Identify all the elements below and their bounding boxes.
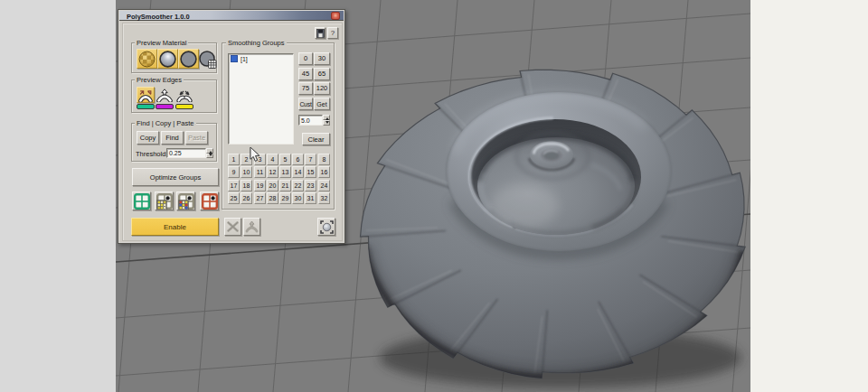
smoothing-group-cell-27[interactable]: 27 (254, 192, 266, 204)
smoothing-group-cell-13[interactable]: 13 (279, 166, 291, 178)
smoothing-group-cell-30[interactable]: 30 (292, 192, 304, 204)
cell-number: 29 (282, 195, 289, 201)
list-item[interactable]: [1] (231, 55, 248, 62)
smoothing-group-cell-15[interactable]: 15 (305, 166, 316, 178)
find-button[interactable]: Find (161, 131, 184, 145)
settings-button[interactable] (317, 218, 335, 236)
clear-button[interactable]: Clear (302, 133, 330, 145)
preview-material-id-button[interactable] (198, 50, 217, 69)
smoothing-group-cell-22[interactable]: 22 (292, 180, 304, 191)
smoothing-group-cell-29[interactable]: 29 (279, 192, 291, 204)
preset-label: 75 (302, 84, 309, 92)
smoothing-group-cell-16[interactable]: 16 (318, 166, 330, 178)
get-button[interactable]: Get (314, 98, 330, 110)
spinner-down-icon[interactable] (323, 120, 330, 126)
dialog-titlebar[interactable]: PolySmoother 1.0.0 (119, 11, 344, 21)
smoothing-group-cell-20[interactable]: 20 (267, 180, 278, 191)
threshold-input[interactable]: 0.25 (166, 148, 206, 158)
cust-label: Cust (299, 101, 311, 107)
group-icon-green-button[interactable] (132, 191, 151, 210)
smoothing-group-cell-5[interactable]: 5 (279, 154, 291, 165)
smoothing-group-cell-31[interactable]: 31 (305, 192, 316, 204)
find-label: Find (165, 134, 179, 142)
preview-edges-soft-button[interactable] (156, 87, 174, 103)
smoothing-group-cell-4[interactable]: 4 (267, 154, 278, 165)
group-icon-yellow-button[interactable] (155, 191, 174, 210)
smoothing-group-cell-14[interactable]: 14 (292, 166, 304, 178)
preview-material-flat-button[interactable] (178, 49, 199, 69)
break-edges-button[interactable] (224, 218, 241, 236)
smoothing-group-cell-8[interactable]: 8 (318, 154, 330, 165)
smoothing-group-cell-9[interactable]: 9 (228, 166, 240, 178)
smoothing-group-cell-23[interactable]: 23 (305, 180, 316, 191)
cust-button[interactable]: Cust (298, 98, 313, 110)
cell-number: 4 (271, 156, 275, 163)
preview-edges-all-button[interactable] (137, 87, 155, 103)
unify-edges-button[interactable] (243, 218, 260, 236)
cell-number: 22 (295, 182, 302, 189)
smoothing-group-cell-11[interactable]: 11 (254, 166, 266, 178)
smoothing-groups-label: Smoothing Groups (226, 39, 287, 47)
preset-45-button[interactable]: 45 (298, 68, 313, 80)
group-icon-multicolor-button[interactable] (176, 191, 195, 210)
preview-material-shiny-button[interactable] (157, 49, 178, 69)
smoothing-groups-list[interactable]: [1] (228, 53, 294, 145)
soft-edges-icon (156, 89, 173, 102)
preset-0-button[interactable]: 0 (298, 52, 313, 65)
optimize-groups-button[interactable]: Optimize Groups (132, 168, 219, 186)
smoothing-group-cell-6[interactable]: 6 (292, 154, 304, 165)
spinner-down-icon[interactable] (206, 154, 213, 159)
preset-30-button[interactable]: 30 (314, 52, 330, 65)
edge-color-swatch-yellow[interactable] (175, 104, 193, 109)
help-button[interactable]: ? (327, 27, 338, 39)
cell-number: 23 (307, 182, 315, 189)
paste-button[interactable]: Paste (185, 131, 208, 145)
preset-120-button[interactable]: 120 (314, 82, 330, 95)
cell-number: 14 (295, 169, 302, 175)
angle-spinner[interactable] (323, 115, 330, 126)
save-preset-button[interactable] (315, 27, 326, 39)
paste-label: Paste (188, 134, 205, 142)
list-item-label: [1] (241, 56, 248, 62)
smoothing-group-cell-32[interactable]: 32 (318, 192, 330, 204)
angle-input[interactable]: 5.0 (298, 115, 323, 126)
cell-number: 20 (269, 182, 277, 189)
preview-material-checker-button[interactable] (137, 49, 157, 69)
smoothing-group-cell-19[interactable]: 19 (254, 180, 266, 191)
cell-number: 16 (321, 169, 328, 175)
smoothing-group-cell-21[interactable]: 21 (279, 180, 291, 191)
cell-number: 5 (284, 156, 288, 163)
smoothing-group-cell-17[interactable]: 17 (228, 180, 240, 191)
preset-65-button[interactable]: 65 (314, 68, 330, 80)
screen: PolySmoother 1.0.0 ? Preview Material Pr… (0, 0, 868, 392)
threshold-spinner[interactable] (206, 148, 213, 158)
smoothing-group-cell-12[interactable]: 12 (267, 166, 278, 178)
cell-number: 7 (309, 156, 313, 163)
enable-button[interactable]: Enable (131, 218, 219, 236)
edge-color-swatch-green[interactable] (137, 104, 155, 109)
close-icon[interactable] (331, 12, 340, 20)
smoothing-group-cell-10[interactable]: 10 (241, 166, 252, 178)
smoothing-group-cell-28[interactable]: 28 (267, 192, 278, 204)
copy-button[interactable]: Copy (137, 131, 159, 145)
cell-number: 9 (232, 169, 236, 175)
edge-color-swatch-magenta[interactable] (156, 104, 174, 109)
copy-label: Copy (140, 134, 156, 142)
preset-75-button[interactable]: 75 (298, 82, 313, 95)
smoothing-group-cell-24[interactable]: 24 (318, 180, 330, 191)
smoothing-group-cell-7[interactable]: 7 (305, 154, 316, 165)
preview-edges-hard-button[interactable] (175, 87, 193, 103)
preset-label: 30 (318, 54, 326, 62)
smoothing-group-cell-18[interactable]: 18 (241, 180, 252, 191)
cell-number: 18 (243, 182, 250, 189)
cell-number: 6 (297, 156, 300, 163)
cell-number: 19 (257, 182, 264, 189)
help-label: ? (331, 29, 335, 37)
group-icon-red-button[interactable] (200, 191, 219, 210)
smoothing-group-cell-25[interactable]: 25 (228, 192, 240, 204)
threshold-value: 0.25 (169, 150, 182, 156)
preset-label: 65 (318, 70, 326, 78)
smoothing-group-cell-26[interactable]: 26 (241, 192, 252, 204)
preview-edges-label: Preview Edges (135, 76, 184, 84)
smoothing-group-cell-1[interactable]: 1 (228, 154, 240, 165)
